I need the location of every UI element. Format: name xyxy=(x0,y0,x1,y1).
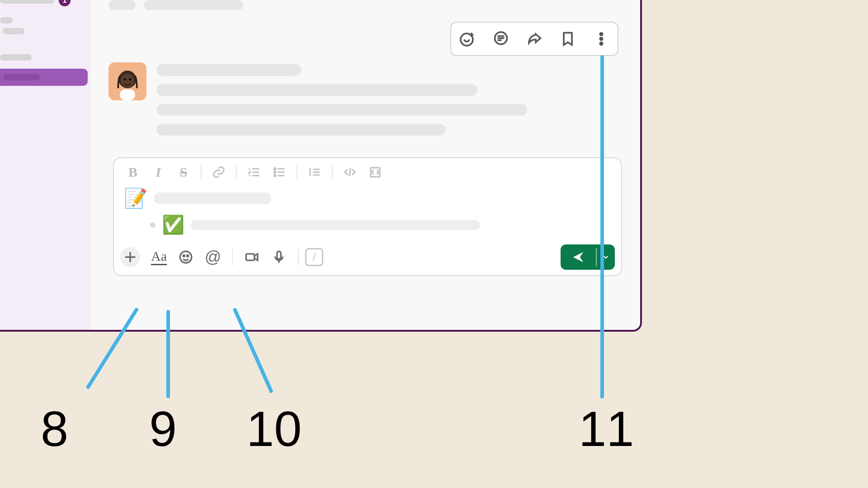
composer-input-area[interactable]: 📝 ✅ xyxy=(114,186,621,242)
svg-point-9 xyxy=(123,78,126,80)
attach-button[interactable] xyxy=(120,247,140,267)
codeblock-button[interactable] xyxy=(364,163,386,182)
add-reaction-icon[interactable] xyxy=(458,30,476,48)
svg-rect-17 xyxy=(246,254,254,260)
svg-point-4 xyxy=(600,42,602,45)
mention-button[interactable]: @ xyxy=(200,245,226,269)
formatting-toolbar: B I S xyxy=(114,158,621,186)
audio-clip-button[interactable] xyxy=(266,245,292,269)
italic-button[interactable]: I xyxy=(147,163,169,182)
svg-point-3 xyxy=(600,38,602,40)
message-pane: B I S xyxy=(90,0,640,330)
svg-point-2 xyxy=(600,33,602,35)
avatar[interactable] xyxy=(108,62,146,100)
callout-label-11: 11 xyxy=(579,400,634,457)
svg-rect-18 xyxy=(277,251,281,259)
sidebar-item[interactable]: 1 xyxy=(0,0,90,9)
more-actions-icon[interactable] xyxy=(592,30,610,48)
svg-point-10 xyxy=(129,78,132,80)
blockquote-button[interactable] xyxy=(304,163,326,182)
svg-point-15 xyxy=(183,255,184,256)
bulleted-list-button[interactable] xyxy=(269,163,290,182)
toggle-formatting-button[interactable]: Aa xyxy=(151,249,167,265)
callout-line-9 xyxy=(166,310,170,398)
message-hover-actions xyxy=(450,22,618,56)
svg-rect-7 xyxy=(120,89,135,100)
reply-thread-icon[interactable] xyxy=(492,30,510,48)
svg-point-14 xyxy=(180,251,192,263)
svg-point-12 xyxy=(274,171,276,173)
sidebar-item-active[interactable] xyxy=(0,69,88,86)
channel-sidebar: 1 xyxy=(0,0,90,330)
link-button[interactable] xyxy=(208,163,230,182)
svg-point-16 xyxy=(187,255,189,256)
unread-badge: 1 xyxy=(59,0,71,6)
message xyxy=(90,62,640,136)
ordered-list-button[interactable] xyxy=(243,163,265,182)
previous-message-tail xyxy=(90,0,640,13)
emoji-button[interactable] xyxy=(173,245,198,269)
bookmark-icon[interactable] xyxy=(559,30,577,48)
send-icon[interactable] xyxy=(561,250,596,264)
share-icon[interactable] xyxy=(525,30,543,48)
bold-button[interactable]: B xyxy=(122,163,144,182)
check-emoji-icon: ✅ xyxy=(162,214,184,235)
send-button[interactable] xyxy=(561,244,615,270)
callout-label-10: 10 xyxy=(246,400,302,457)
message-composer: B I S xyxy=(113,157,622,276)
message-body xyxy=(156,62,622,136)
strike-button[interactable]: S xyxy=(173,163,194,182)
memo-emoji-icon: 📝 xyxy=(124,189,147,208)
sidebar-item[interactable] xyxy=(0,49,90,66)
sidebar-item[interactable] xyxy=(0,23,90,40)
send-options-caret-icon[interactable] xyxy=(597,253,615,261)
callout-label-9: 9 xyxy=(149,400,177,457)
svg-point-11 xyxy=(274,168,276,170)
video-clip-button[interactable] xyxy=(239,245,264,269)
callout-label-8: 8 xyxy=(41,400,68,457)
code-button[interactable] xyxy=(339,163,361,182)
slash-command-button[interactable]: / xyxy=(305,248,323,266)
callout-line-11 xyxy=(600,55,604,399)
list-bullet xyxy=(150,222,156,228)
slack-app-window: 1 xyxy=(0,0,642,332)
svg-point-13 xyxy=(274,175,276,177)
composer-bottom-toolbar: Aa @ / xyxy=(114,242,621,275)
